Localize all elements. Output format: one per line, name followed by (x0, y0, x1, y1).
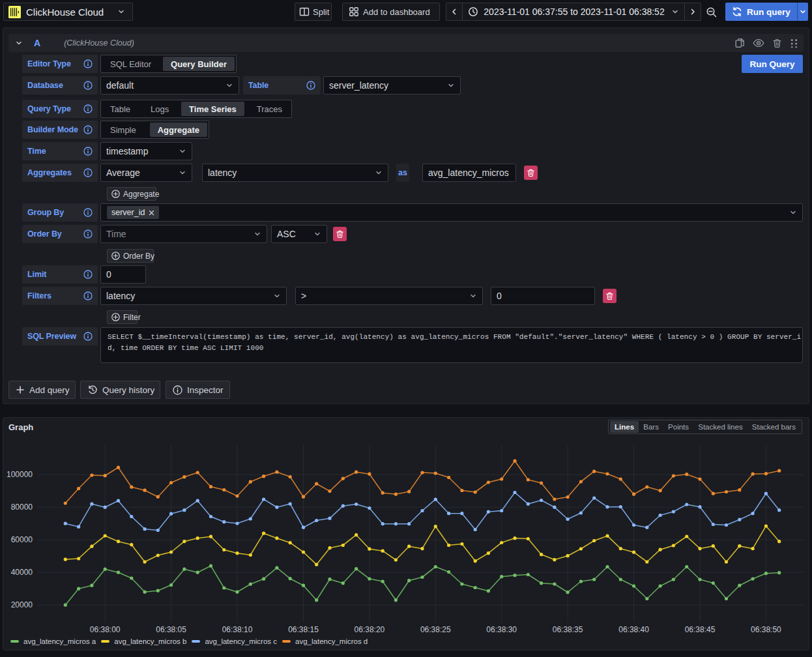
svg-text:06:38:15: 06:38:15 (288, 625, 319, 634)
svg-text:06:38:50: 06:38:50 (751, 625, 781, 634)
svg-text:100000: 100000 (7, 470, 33, 479)
svg-text:06:38:45: 06:38:45 (685, 625, 716, 634)
svg-text:06:38:40: 06:38:40 (618, 625, 649, 634)
svg-text:06:38:20: 06:38:20 (355, 625, 385, 634)
svg-text:06:38:05: 06:38:05 (156, 625, 186, 634)
svg-text:06:38:10: 06:38:10 (222, 625, 253, 634)
svg-text:40000: 40000 (11, 568, 33, 577)
svg-text:06:38:30: 06:38:30 (486, 625, 517, 634)
svg-text:60000: 60000 (11, 535, 33, 544)
svg-text:20000: 20000 (11, 600, 33, 609)
svg-text:80000: 80000 (11, 503, 33, 512)
svg-text:06:38:25: 06:38:25 (420, 625, 451, 634)
svg-text:06:38:00: 06:38:00 (90, 625, 121, 634)
svg-text:06:38:35: 06:38:35 (553, 625, 583, 634)
